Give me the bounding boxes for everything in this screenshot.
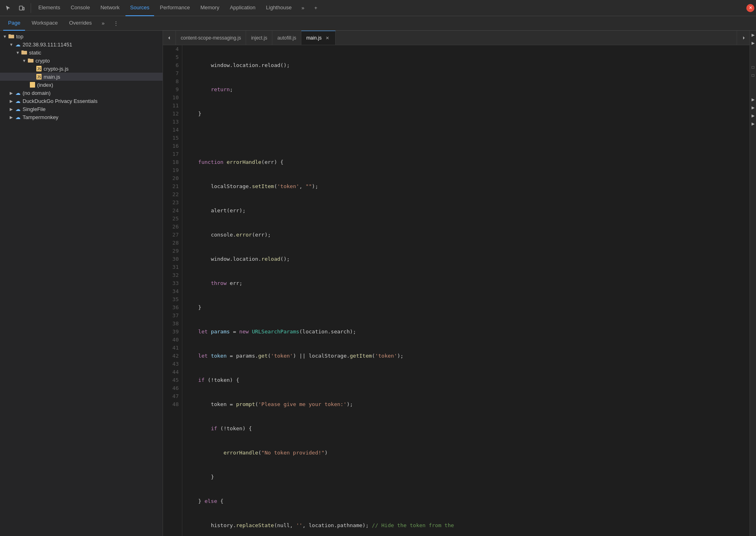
folder-icon-crypto <box>27 57 34 64</box>
tree-arrow-domain: ▼ <box>8 42 15 47</box>
tab-memory[interactable]: Memory <box>196 0 224 16</box>
code-editor[interactable]: 4 5 6 7 8 9 10 11 12 13 14 15 16 17 18 1… <box>163 45 750 536</box>
cloud-folder-icon-duckduckgo: ☁ <box>15 98 21 104</box>
line-numbers: 4 5 6 7 8 9 10 11 12 13 14 15 16 17 18 1… <box>163 45 182 536</box>
more-subtabs-button[interactable]: » <box>98 19 108 28</box>
code-line-12: window.location.reload(); <box>186 255 746 263</box>
tree-label-static: static <box>29 50 163 56</box>
tree-label-domain: 202.38.93.111:11451 <box>23 42 163 48</box>
code-line-5: return; <box>186 86 746 94</box>
tree-item-duckduckgo[interactable]: ▶ ☁ DuckDuckGo Privacy Essentials <box>0 97 163 105</box>
subtoolbar-menu-button[interactable]: ⋮ <box>111 19 121 28</box>
code-line-21: } <box>186 473 746 481</box>
toolbar-separator <box>31 3 31 13</box>
sub-toolbar: Page Workspace Overrides » ⋮ <box>0 16 756 31</box>
close-devtools-button[interactable]: ✕ <box>746 4 754 12</box>
main-content: ▼ top ▼ ☁ 202.38.93.111:11451 ▼ static ▼ <box>0 31 756 536</box>
subtab-overrides[interactable]: Overrides <box>64 16 96 31</box>
code-line-18: token = prompt('Please give me your toke… <box>186 400 746 408</box>
file-tab-autofill[interactable]: autofill.js <box>272 31 301 45</box>
tree-arrow-duckduckgo: ▶ <box>8 99 15 103</box>
tree-item-cryptojs[interactable]: JS crypto-js.js <box>0 65 163 73</box>
tree-item-static[interactable]: ▼ static <box>0 48 163 57</box>
tree-label-mainjs: main.js <box>44 74 163 80</box>
code-line-8: function errorHandle(err) { <box>186 158 746 166</box>
navigate-back-button[interactable] <box>163 31 176 45</box>
main-toolbar: Elements Console Network Sources Perform… <box>0 0 756 16</box>
code-line-6: } <box>186 110 746 118</box>
tree-label-cryptojs: crypto-js.js <box>44 66 163 72</box>
subtab-workspace[interactable]: Workspace <box>27 16 63 31</box>
file-tab-main[interactable]: main.js ✕ <box>301 31 336 45</box>
tree-label-singlefile: SingleFile <box>23 106 163 112</box>
subtab-page[interactable]: Page <box>3 16 25 31</box>
svg-rect-1 <box>23 7 24 10</box>
svg-rect-6 <box>30 82 35 88</box>
tab-lighthouse[interactable]: Lighthouse <box>261 0 297 16</box>
right-panel-btn-3[interactable]: □ <box>751 65 756 69</box>
cursor-icon[interactable] <box>2 2 15 15</box>
code-line-7 <box>186 134 746 142</box>
file-icon-mainjs: JS <box>36 73 42 80</box>
device-icon[interactable] <box>15 2 28 15</box>
right-panel-btn-5[interactable]: ▶ <box>751 97 756 102</box>
tree-item-domain[interactable]: ▼ ☁ 202.38.93.111:11451 <box>0 40 163 48</box>
tab-application[interactable]: Application <box>225 0 261 16</box>
code-line-4: window.location.reload(); <box>186 61 746 69</box>
file-tab-label-autofill: autofill.js <box>277 35 296 41</box>
right-panel-btn-2[interactable]: ▶ <box>751 40 756 45</box>
code-line-22: } else { <box>186 497 746 505</box>
file-tab-close-main[interactable]: ✕ <box>324 35 330 41</box>
svg-rect-0 <box>19 6 23 10</box>
code-line-20: errorHandle("No token provided!") <box>186 449 746 457</box>
tree-item-tampermonkey[interactable]: ▶ ☁ Tampermonkey <box>0 113 163 121</box>
tab-performance[interactable]: Performance <box>155 0 194 16</box>
cloud-folder-icon-domain: ☁ <box>15 41 21 48</box>
tab-elements[interactable]: Elements <box>33 0 65 16</box>
tree-label-tampermonkey: Tampermonkey <box>23 114 163 120</box>
code-line-11: console.error(err); <box>186 231 746 239</box>
code-editor-area: content-scope-messaging.js inject.js aut… <box>163 31 750 536</box>
cloud-folder-icon-nodomain: ☁ <box>15 90 21 96</box>
right-panel: ▶ ▶ □ □ ▶ ▶ ▶ ▶ <box>750 31 756 536</box>
code-lines: window.location.reload(); return; } func… <box>182 45 750 536</box>
tree-arrow-crypto: ▼ <box>21 59 27 63</box>
tree-item-index[interactable]: (index) <box>0 81 163 89</box>
tree-label-index: (index) <box>37 82 163 88</box>
file-tab-label-content-scope-messaging: content-scope-messaging.js <box>181 35 241 41</box>
folder-icon-static <box>21 49 27 56</box>
code-line-23: history.replaceState(null, '', location.… <box>186 521 746 530</box>
right-panel-btn-8[interactable]: ▶ <box>751 121 756 126</box>
file-tree-sidebar: ▼ top ▼ ☁ 202.38.93.111:11451 ▼ static ▼ <box>0 31 163 536</box>
right-panel-btn-7[interactable]: ▶ <box>751 113 756 118</box>
tab-console[interactable]: Console <box>66 0 95 16</box>
file-tab-inject[interactable]: inject.js <box>246 31 272 45</box>
more-tabs-button[interactable]: » <box>297 2 309 14</box>
file-tab-content-scope-messaging[interactable]: content-scope-messaging.js <box>176 31 246 45</box>
add-tab-button[interactable]: + <box>310 2 322 14</box>
tree-item-mainjs[interactable]: JS main.js <box>0 73 163 81</box>
tree-item-crypto[interactable]: ▼ crypto <box>0 57 163 65</box>
right-panel-btn-1[interactable]: ▶ <box>751 32 756 37</box>
tab-network[interactable]: Network <box>96 0 125 16</box>
code-line-13: throw err; <box>186 279 746 287</box>
tree-arrow-tampermonkey: ▶ <box>8 115 15 119</box>
svg-text:JS: JS <box>37 67 41 71</box>
tree-item-nodomain[interactable]: ▶ ☁ (no domain) <box>0 89 163 97</box>
tree-arrow-singlefile: ▶ <box>8 107 15 111</box>
file-tabs-end-button[interactable] <box>737 31 750 45</box>
tree-item-singlefile[interactable]: ▶ ☁ SingleFile <box>0 105 163 113</box>
code-line-16: let token = params.get('token') || local… <box>186 352 746 360</box>
code-line-9: localStorage.setItem('token', ""); <box>186 182 746 191</box>
file-tab-label-main: main.js <box>306 35 322 41</box>
tree-arrow-static: ▼ <box>15 50 21 55</box>
tab-sources[interactable]: Sources <box>125 0 155 16</box>
code-line-17: if (!token) { <box>186 376 746 384</box>
tree-item-top[interactable]: ▼ top <box>0 32 163 40</box>
cloud-folder-icon-tampermonkey: ☁ <box>15 114 21 120</box>
tree-arrow-nodomain: ▶ <box>8 91 15 95</box>
svg-text:JS: JS <box>37 75 41 79</box>
right-panel-btn-4[interactable]: □ <box>751 73 756 77</box>
right-panel-btn-6[interactable]: ▶ <box>751 105 756 110</box>
code-line-14: } <box>186 304 746 312</box>
